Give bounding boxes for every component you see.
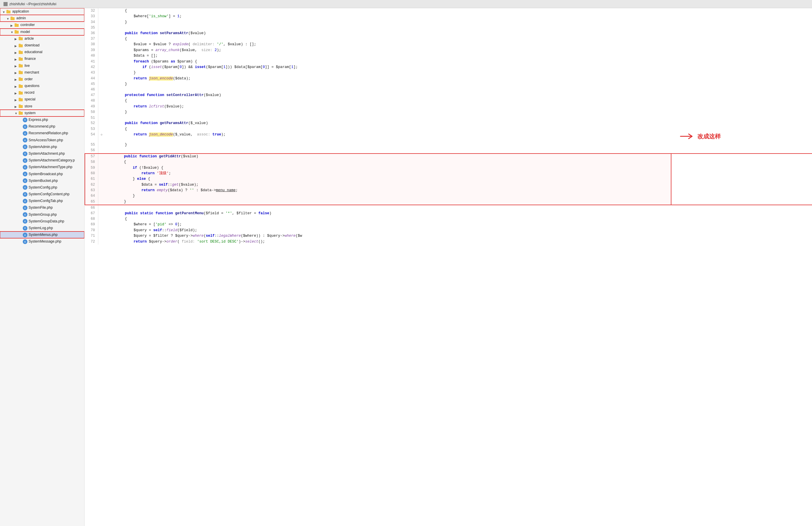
sidebar-item-admin[interactable]: admin [0,15,84,22]
code-line: 39 $params = array_chunk($value, size: 2… [85,47,812,53]
line-content [105,87,671,93]
sidebar-item-label: controller [20,22,35,28]
line-gutter [98,70,105,75]
line-gutter [98,182,105,188]
sidebar-item-SystemGroup[interactable]: cSystemGroup.php [0,211,84,218]
php-file-icon: c [23,118,27,122]
line-content: } [105,19,671,25]
sidebar-item-SystemConfig[interactable]: cSystemConfig.php [0,184,84,191]
line-content: if (isset($param[0]) && isset($param[1])… [105,65,671,70]
line-content: $data = self::get($value); [105,182,671,188]
line-content: foreach ($params as $param) { [105,59,671,65]
sidebar-item-SystemGroupData[interactable]: cSystemGroupData.php [0,218,84,225]
line-gutter [98,115,105,121]
sidebar-item-SystemFile[interactable]: cSystemFile.php [0,204,84,211]
line-content: return json_decode($_value, assoc: true)… [105,132,671,142]
sidebar-item-live[interactable]: live [0,62,84,69]
sidebar-item-special[interactable]: special [0,96,84,103]
sidebar-item-SystemMenus[interactable]: cSystemMenus.php [0,231,84,238]
line-number: 60 [85,171,98,176]
sidebar-item-article[interactable]: article [0,35,84,42]
sidebar-item-label: Recommend.php [29,124,55,129]
code-line: 61 } else { [85,176,812,182]
line-content: } [105,193,671,199]
sidebar-item-label: article [25,36,34,41]
sidebar-item-model[interactable]: model [0,29,84,35]
sidebar-item-SystemLog[interactable]: cSystemLog.php [0,225,84,231]
sidebar-item-RecommendRelation[interactable]: cRecommendRelation.php [0,130,84,137]
line-gutter [98,76,105,82]
code-line: 71 $query = $filter ? $query->where(self… [85,233,812,239]
line-content: { [105,216,671,222]
code-line: 64 } [85,193,812,199]
code-line: 55 } [85,142,812,148]
sidebar-item-SystemAttachment[interactable]: cSystemAttachment.php [0,150,84,157]
folder-icon [19,84,23,88]
code-line: 72 return $query->order( field: 'sort DE… [85,239,812,245]
sidebar-item-SystemConfigTab[interactable]: cSystemConfigTab.php [0,198,84,204]
line-gutter [98,36,105,42]
red-arrow-icon [680,133,694,140]
sidebar-item-Recommend[interactable]: cRecommend.php [0,123,84,130]
code-line: 53 { [85,126,812,132]
line-gutter [98,154,105,159]
sidebar-item-SystemBucket[interactable]: cSystemBucket.php [0,177,84,184]
code-line: 67 public static function getParentMenu(… [85,211,812,216]
sidebar-item-system[interactable]: system [0,110,84,116]
arrow-icon [15,84,18,88]
line-gutter [98,8,105,14]
code-line: 43 } [85,70,812,75]
php-file-icon: c [23,144,27,149]
code-line: 54◇ return json_decode($_value, assoc: t… [85,132,812,142]
line-content [105,115,671,121]
code-line: 57 public function getPidAttr($value) [85,154,812,159]
sidebar-item-SystemConfigContent[interactable]: cSystemConfigContent.php [0,191,84,198]
code-annotation: 改成这样 [671,132,812,142]
sidebar-item-SystemBroadcast[interactable]: cSystemBroadcast.php [0,171,84,177]
line-gutter [98,47,105,53]
sidebar-item-SmsAccessToken[interactable]: cSmsAccessToken.php [0,137,84,144]
line-number: 59 [85,165,98,171]
sidebar-item-controller[interactable]: controller [0,22,84,28]
sidebar-item-label: record [25,90,34,96]
folder-icon [19,91,23,95]
sidebar-item-questions[interactable]: questions [0,83,84,89]
line-gutter [98,42,105,47]
folder-icon [19,77,23,81]
sidebar-item-store[interactable]: store [0,103,84,110]
line-gutter [98,93,105,98]
php-file-icon: c [23,205,27,210]
sidebar-item-record[interactable]: record [0,89,84,96]
line-number: 61 [85,176,98,182]
arrow-icon [15,51,18,54]
sidebar-item-SystemAttachmentType[interactable]: cSystemAttachmentType.php [0,164,84,170]
php-file-icon: c [23,212,27,217]
sidebar-item-SystemAdmin[interactable]: cSystemAdmin.php [0,144,84,150]
line-content: return '顶级'; [105,171,671,176]
sidebar-item-educational[interactable]: educational [0,49,84,55]
sidebar-item-label: SystemBucket.php [29,178,58,184]
titlebar-title: zhishifufei ~/Project/zhishifufei [9,2,56,6]
main-container: applicationadmincontrollermodelarticledo… [0,8,812,526]
sidebar-item-label: SystemAttachment.php [29,151,65,156]
line-content: $params = array_chunk($value, size: 2); [105,47,671,53]
code-editor[interactable]: 32 {33 $where['is_show'] = 1;34 }3536 pu… [85,8,812,526]
sidebar-item-order[interactable]: order [0,76,84,83]
sidebar-item-download[interactable]: download [0,42,84,49]
line-content: $query = self::field($field); [105,228,671,233]
sidebar-item-SystemAttachmentCategory[interactable]: cSystemAttachmentCategory.p [0,157,84,164]
line-number: 65 [85,199,98,205]
sidebar-item-Express[interactable]: cExpress.php [0,116,84,123]
sidebar-item-application[interactable]: application [0,8,84,15]
php-file-icon: c [23,124,27,129]
line-content: } [105,82,671,87]
line-gutter [98,31,105,36]
sidebar-item-SystemMessage[interactable]: cSystemMessage.php [0,238,84,245]
sidebar-item-merchant[interactable]: merchant [0,69,84,76]
arrow-icon [2,10,6,13]
line-gutter [98,14,105,19]
sidebar-item-finance[interactable]: finance [0,55,84,62]
line-content: return lcfirst($value); [105,104,671,110]
line-number: 51 [85,115,98,121]
code-line: 35 [85,25,812,31]
